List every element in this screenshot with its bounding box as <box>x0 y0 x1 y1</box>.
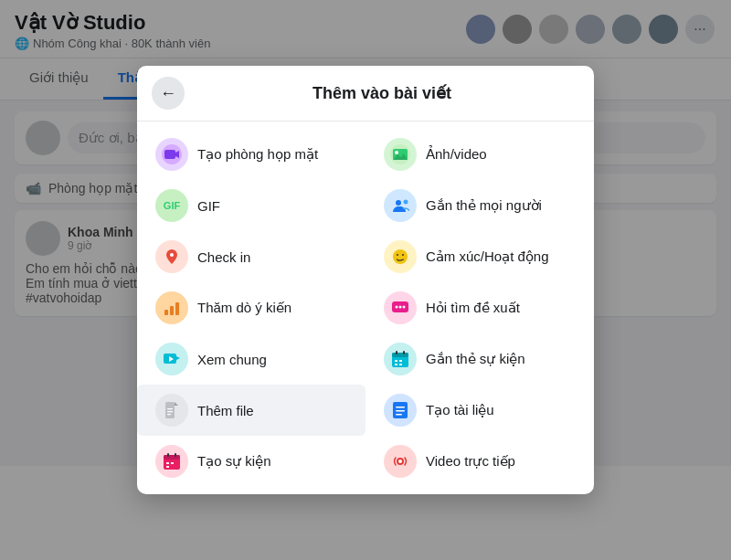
svg-rect-33 <box>167 408 173 409</box>
option-file-label: Thêm file <box>197 403 254 418</box>
svg-rect-1 <box>164 150 175 159</box>
poll-icon <box>155 291 188 324</box>
svg-point-19 <box>403 306 406 309</box>
option-file[interactable]: Thêm file <box>137 385 366 436</box>
svg-point-17 <box>396 306 398 309</box>
svg-rect-41 <box>164 455 180 460</box>
svg-rect-32 <box>175 406 178 418</box>
svg-rect-28 <box>399 360 402 362</box>
svg-rect-44 <box>166 462 169 464</box>
back-button[interactable]: ← <box>152 77 185 110</box>
option-event-tag[interactable]: Gắn thẻ sự kiện <box>366 333 594 385</box>
modal-overlay: ← Thêm vào bài viết Tạo phòng họp mặt <box>0 0 731 560</box>
svg-rect-15 <box>175 302 179 315</box>
svg-rect-31 <box>165 402 175 418</box>
svg-rect-29 <box>395 364 397 365</box>
gif-icon: GIF <box>155 189 188 222</box>
svg-rect-26 <box>403 351 405 354</box>
emotion-icon <box>384 240 417 273</box>
svg-point-12 <box>402 254 404 256</box>
checkin-icon <box>155 240 188 273</box>
svg-rect-42 <box>167 453 169 457</box>
add-to-post-modal: ← Thêm vào bài viết Tạo phòng họp mặt <box>137 66 594 494</box>
option-suggest-label: Hỏi tìm đề xuất <box>426 300 520 316</box>
option-checkin-label: Check in <box>197 249 250 265</box>
create-event-icon <box>155 445 188 478</box>
svg-rect-24 <box>392 353 408 357</box>
svg-rect-43 <box>175 453 176 457</box>
option-live[interactable]: Video trực tiếp <box>366 436 594 487</box>
option-emotion-label: Cảm xúc/Hoạt động <box>426 248 549 265</box>
svg-rect-30 <box>399 364 402 365</box>
svg-rect-37 <box>396 407 405 408</box>
modal-title: Thêm vào bài viết <box>185 83 579 103</box>
file-icon <box>155 394 188 427</box>
photo-icon <box>384 138 417 171</box>
option-watch-label: Xem chung <box>197 352 267 367</box>
modal-header: ← Thêm vào bài viết <box>137 66 594 122</box>
option-live-label: Video trực tiếp <box>426 453 515 470</box>
document-icon <box>384 394 417 427</box>
svg-rect-25 <box>396 351 397 354</box>
svg-rect-46 <box>166 466 169 468</box>
svg-point-8 <box>404 200 408 205</box>
svg-point-48 <box>398 460 402 463</box>
option-document[interactable]: Tạo tài liệu <box>366 385 594 436</box>
svg-rect-27 <box>395 360 397 362</box>
option-tag[interactable]: Gắn thẻ mọi người <box>366 180 594 231</box>
option-meeting[interactable]: Tạo phòng họp mặt <box>137 129 366 180</box>
tag-people-icon <box>384 189 417 222</box>
option-suggest[interactable]: Hỏi tìm đề xuất <box>366 282 594 333</box>
svg-point-10 <box>393 249 408 264</box>
option-gif-label: GIF <box>197 198 220 214</box>
option-create-event-label: Tạo sự kiện <box>197 453 271 470</box>
option-document-label: Tạo tài liệu <box>426 402 494 418</box>
option-tag-label: Gắn thẻ mọi người <box>426 197 542 214</box>
svg-rect-38 <box>396 410 405 412</box>
option-checkin[interactable]: Check in <box>137 231 366 282</box>
svg-rect-34 <box>167 411 173 412</box>
option-photo[interactable]: Ảnh/video <box>366 129 594 180</box>
option-event-tag-label: Gắn thẻ sự kiện <box>426 351 525 367</box>
option-poll[interactable]: Thăm dò ý kiến <box>137 282 366 333</box>
svg-point-18 <box>399 306 402 309</box>
option-gif[interactable]: GIF GIF <box>137 180 366 231</box>
option-emotion[interactable]: Cảm xúc/Hoạt động <box>366 231 594 282</box>
svg-marker-21 <box>176 356 180 360</box>
watch-icon <box>155 343 188 375</box>
option-photo-label: Ảnh/video <box>426 146 487 163</box>
svg-point-7 <box>396 200 401 206</box>
live-icon <box>384 445 417 478</box>
event-tag-icon <box>384 343 417 375</box>
svg-point-5 <box>395 151 398 154</box>
option-create-event[interactable]: Tạo sự kiện <box>137 436 366 487</box>
svg-rect-39 <box>396 414 402 416</box>
svg-point-11 <box>397 254 398 256</box>
option-watch[interactable]: Xem chung <box>137 333 366 385</box>
back-arrow-icon: ← <box>160 84 176 103</box>
svg-rect-35 <box>167 414 171 415</box>
option-poll-label: Thăm dò ý kiến <box>197 300 291 316</box>
svg-rect-45 <box>171 462 174 464</box>
suggest-icon <box>384 291 417 324</box>
options-grid: Tạo phòng họp mặt Ảnh/video GIF GIF <box>137 122 594 494</box>
meeting-icon <box>155 138 188 171</box>
svg-rect-13 <box>164 310 168 315</box>
svg-rect-14 <box>170 306 174 315</box>
svg-point-9 <box>170 253 174 257</box>
option-meeting-label: Tạo phòng họp mặt <box>197 146 318 163</box>
